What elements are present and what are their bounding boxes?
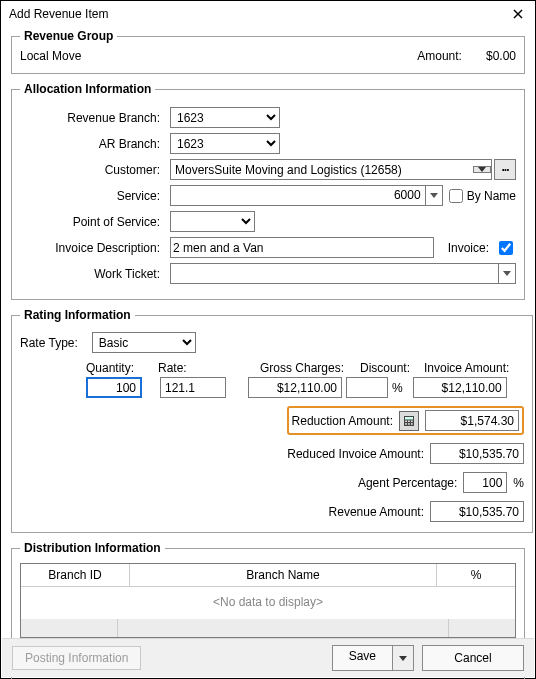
by-name-label: By Name bbox=[467, 189, 516, 203]
customer-select[interactable]: MoversSuite Moving and Logistics (12658) bbox=[170, 159, 492, 180]
ar-branch-select[interactable]: 1623 bbox=[170, 133, 280, 154]
agent-percentage-input[interactable] bbox=[463, 472, 507, 493]
distribution-legend: Distribution Information bbox=[20, 541, 165, 555]
customer-label: Customer: bbox=[20, 163, 164, 177]
customer-browse-button[interactable]: ··· bbox=[494, 159, 516, 180]
customer-dropdown-icon[interactable] bbox=[473, 166, 491, 173]
save-button[interactable]: Save bbox=[332, 645, 414, 671]
point-of-service-label: Point of Service: bbox=[20, 215, 164, 229]
cancel-button[interactable]: Cancel bbox=[422, 645, 524, 671]
svg-rect-5 bbox=[408, 420, 410, 422]
invoice-checkbox-label: Invoice: bbox=[448, 241, 489, 255]
discount-input[interactable] bbox=[346, 377, 388, 398]
invoice-checkbox[interactable] bbox=[499, 241, 513, 255]
by-name-checkbox[interactable] bbox=[449, 189, 463, 203]
work-ticket-value bbox=[171, 264, 498, 283]
invoice-description-label: Invoice Description: bbox=[20, 241, 164, 255]
col-branch-id[interactable]: Branch ID bbox=[21, 564, 130, 586]
add-revenue-item-window: Add Revenue Item Revenue Group Local Mov… bbox=[0, 0, 536, 679]
revenue-group-legend: Revenue Group bbox=[20, 29, 117, 43]
quantity-input[interactable] bbox=[86, 377, 142, 398]
svg-rect-6 bbox=[411, 420, 413, 422]
window-title: Add Revenue Item bbox=[9, 7, 108, 21]
bottom-bar: Posting Information Save Cancel bbox=[2, 638, 534, 677]
reduction-amount-label: Reduction Amount: bbox=[292, 414, 393, 428]
allocation-section: Allocation Information Revenue Branch: 1… bbox=[11, 82, 525, 300]
svg-rect-3 bbox=[405, 417, 413, 420]
point-of-service-select[interactable] bbox=[170, 211, 255, 232]
reduced-invoice-amount-label: Reduced Invoice Amount: bbox=[287, 447, 424, 461]
calculator-icon[interactable] bbox=[399, 411, 419, 431]
gross-charges-value: $12,110.00 bbox=[248, 377, 342, 398]
quantity-header: Quantity: bbox=[86, 361, 148, 375]
revenue-group-label: Local Move bbox=[20, 49, 81, 63]
revenue-amount-label: Revenue Amount: bbox=[329, 505, 424, 519]
agent-percentage-label: Agent Percentage: bbox=[358, 476, 457, 490]
rating-legend: Rating Information bbox=[20, 308, 135, 322]
work-ticket-dropdown-icon[interactable] bbox=[498, 264, 515, 283]
revenue-amount-value: $10,535.70 bbox=[430, 501, 524, 522]
allocation-legend: Allocation Information bbox=[20, 82, 155, 96]
revenue-branch-select[interactable]: 1623 bbox=[170, 107, 280, 128]
by-name-checkbox-wrap[interactable]: By Name bbox=[449, 189, 516, 203]
service-value: 6000 bbox=[171, 186, 425, 205]
revenue-group-amount-value: $0.00 bbox=[486, 49, 516, 63]
rate-type-label: Rate Type: bbox=[20, 336, 78, 350]
col-percent[interactable]: % bbox=[437, 564, 515, 586]
revenue-group-section: Revenue Group Local Move Amount: $0.00 bbox=[11, 29, 525, 74]
distribution-header-row: Branch ID Branch Name % bbox=[21, 564, 515, 587]
save-button-label: Save bbox=[333, 646, 392, 670]
svg-rect-4 bbox=[405, 420, 407, 422]
save-dropdown-icon[interactable] bbox=[392, 646, 413, 670]
close-icon[interactable] bbox=[509, 7, 527, 21]
service-dropdown-icon[interactable] bbox=[425, 186, 442, 205]
invoice-description-input[interactable] bbox=[170, 237, 434, 258]
service-label: Service: bbox=[20, 189, 164, 203]
ar-branch-label: AR Branch: bbox=[20, 137, 164, 151]
revenue-branch-label: Revenue Branch: bbox=[20, 111, 164, 125]
work-ticket-select[interactable] bbox=[170, 263, 516, 284]
service-select[interactable]: 6000 bbox=[170, 185, 443, 206]
customer-value: MoversSuite Moving and Logistics (12658) bbox=[171, 163, 473, 177]
rate-header: Rate: bbox=[158, 361, 242, 375]
gross-charges-header: Gross Charges: bbox=[260, 361, 356, 375]
discount-header: Discount: bbox=[360, 361, 420, 375]
posting-information-button: Posting Information bbox=[12, 646, 141, 670]
reduction-amount-highlight: Reduction Amount: $1,574.30 bbox=[287, 406, 524, 435]
invoice-amount-header: Invoice Amount: bbox=[424, 361, 524, 375]
discount-percent-sign: % bbox=[392, 381, 403, 395]
titlebar: Add Revenue Item bbox=[1, 1, 535, 27]
agent-percentage-sign: % bbox=[513, 476, 524, 490]
svg-rect-9 bbox=[411, 423, 413, 425]
distribution-footer-row bbox=[21, 619, 515, 637]
invoice-amount-value: $12,110.00 bbox=[413, 377, 507, 398]
col-branch-name[interactable]: Branch Name bbox=[130, 564, 437, 586]
distribution-empty-text: <No data to display> bbox=[21, 587, 515, 619]
reduced-invoice-amount-value: $10,535.70 bbox=[430, 443, 524, 464]
svg-rect-8 bbox=[408, 423, 410, 425]
rating-section: Rating Information Rate Type: Basic Quan… bbox=[11, 308, 533, 533]
work-ticket-label: Work Ticket: bbox=[20, 267, 164, 281]
reduction-amount-value: $1,574.30 bbox=[425, 410, 519, 431]
svg-rect-7 bbox=[405, 423, 407, 425]
rate-input[interactable] bbox=[160, 377, 226, 398]
distribution-table: Branch ID Branch Name % <No data to disp… bbox=[20, 563, 516, 638]
rate-type-select[interactable]: Basic bbox=[92, 332, 196, 353]
revenue-group-amount-label: Amount: bbox=[417, 49, 462, 63]
